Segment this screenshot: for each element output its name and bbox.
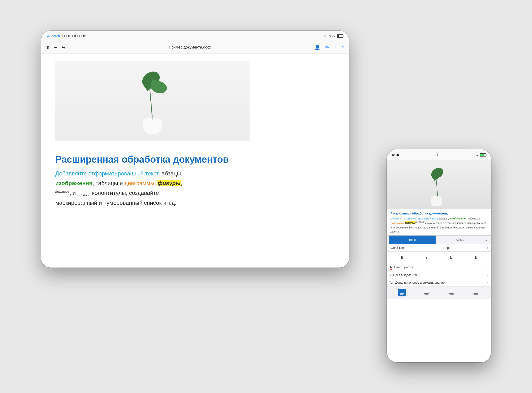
scene: ◂ Search 11:08 Fri 11 Oct ≈ 39 % ⬆: [41, 31, 491, 362]
align-left-button[interactable]: [398, 289, 406, 296]
additional-format-indicator: A↑ Дополнительное форматирование: [390, 281, 445, 284]
battery-fill: [337, 35, 339, 37]
p-superscript-text: верхние: [416, 221, 424, 224]
alignment-row: [387, 286, 491, 299]
svg-rect-15: [473, 294, 478, 295]
format-tabs: Текст Абзац ⌄: [387, 236, 491, 244]
redo-icon[interactable]: ↪: [62, 44, 66, 50]
more-icon[interactable]: ○: [341, 44, 344, 50]
phone-time: 12:38: [392, 153, 399, 157]
body-line1-end: , абзацы,: [158, 170, 182, 177]
undo-icon[interactable]: ↩: [54, 44, 58, 50]
upload-icon[interactable]: ⬆: [46, 44, 50, 50]
status-left: ◂ Search 11:08 Fri 11 Oct: [47, 34, 87, 38]
svg-rect-4: [424, 291, 429, 291]
p-figures-text: фигуры: [405, 221, 416, 224]
add-icon[interactable]: +: [334, 44, 337, 50]
svg-rect-14: [473, 293, 478, 294]
additional-format-row[interactable]: A↑ Дополнительное форматирование ›: [387, 279, 491, 286]
phone-doc-text-area: Расширенная обработка документов, Добавл…: [387, 209, 491, 235]
battery-percent: 39 %: [328, 34, 335, 38]
images-word: изображения: [55, 180, 93, 186]
strikethrough-button[interactable]: S: [472, 254, 480, 261]
status-time: 11:08: [62, 34, 70, 38]
phone-doc-body-preview: Добавляйте отформатированный текст, абза…: [391, 217, 487, 233]
body-line5: маркированный и нумерованный список и т.…: [55, 200, 177, 206]
toolbar-left: ⬆ ↩ ↪: [46, 44, 66, 50]
italic-button[interactable]: I: [423, 254, 430, 261]
pencil-icon[interactable]: ✏: [325, 44, 329, 50]
svg-rect-8: [449, 291, 454, 291]
phone-screen: 12:38 ↑ ▲: [387, 149, 491, 362]
p-subscript-text: нижние: [427, 221, 435, 224]
svg-rect-0: [400, 291, 404, 291]
phone-battery-bar: [480, 153, 486, 157]
highlight-chevron-icon: ›: [487, 273, 488, 277]
font-name-row[interactable]: Avenir Next 18 pt ›: [387, 244, 491, 252]
phone-status-bar: 12:38 ↑ ▲: [387, 149, 491, 160]
font-color-row[interactable]: A Цвет шрифта ›: [387, 263, 491, 271]
align-justify-icon: [473, 291, 478, 295]
align-justify-button[interactable]: [472, 289, 480, 296]
text-cursor: |: [55, 146, 335, 151]
tablet-screen: ◂ Search 11:08 Fri 11 Oct ≈ 39 % ⬆: [41, 31, 349, 268]
align-right-button[interactable]: [447, 289, 456, 296]
figures-word: фигуры: [158, 180, 180, 186]
font-color-label: Цвет шрифта: [394, 265, 413, 269]
diagrams-word: диаграммы: [124, 180, 154, 186]
document-image: [55, 61, 250, 141]
svg-rect-5: [425, 292, 428, 292]
font-chevron-icon: ›: [487, 246, 488, 250]
person-icon[interactable]: 👤: [314, 44, 320, 50]
phone-device: 12:38 ↑ ▲: [387, 149, 491, 362]
back-chevron-icon: ◂: [47, 34, 49, 38]
align-center-icon: [424, 291, 429, 295]
phone-vase: [431, 196, 443, 206]
tablet-device: ◂ Search 11:08 Fri 11 Oct ≈ 39 % ⬆: [41, 31, 349, 268]
formatted-text-span: Добавляйте отформатированный текст: [55, 170, 158, 177]
tab-paragraph[interactable]: Абзац: [436, 236, 484, 244]
format-style-row: B I U S: [387, 252, 491, 263]
phone-wifi-icon: ▲: [476, 154, 478, 157]
phone-thin-bar: [387, 160, 491, 162]
font-name-label: Avenir Next: [390, 246, 406, 250]
p-diagrams-text: диаграммы: [391, 221, 404, 224]
svg-rect-12: [473, 291, 478, 291]
align-center-button[interactable]: [422, 289, 431, 296]
document-body[interactable]: Добавляйте отформатированный текст, абза…: [55, 169, 335, 208]
align-left-icon: [400, 291, 404, 295]
toolbar-right: 👤 ✏ + ○: [314, 44, 344, 50]
tab-text[interactable]: Текст: [389, 236, 436, 244]
svg-rect-11: [450, 294, 454, 295]
highlight-color-row[interactable]: ≈ Цвет выделения ›: [387, 271, 491, 279]
underline-button[interactable]: U: [448, 254, 455, 261]
font-color-chevron-icon: ›: [487, 266, 488, 269]
subscript-text: нижние: [77, 193, 90, 197]
phone-vase-body: [431, 196, 443, 206]
svg-rect-10: [449, 293, 454, 294]
tablet-document: | Расширенная обработка документов Добав…: [41, 54, 349, 268]
tab-expand-icon[interactable]: ⌄: [484, 236, 489, 244]
body-line4-mid: , и: [69, 190, 76, 196]
additional-format-chevron-icon: ›: [487, 281, 488, 284]
vase-illustration: [143, 113, 162, 134]
back-button[interactable]: ◂ Search: [47, 34, 60, 38]
status-right: ≈ 39 %: [324, 34, 343, 38]
status-date: Fri 11 Oct: [72, 34, 86, 38]
align-right-icon: [449, 291, 454, 295]
additional-format-label: Дополнительное форматирование: [395, 281, 445, 284]
highlight-icon: ≈: [390, 273, 391, 277]
p-formatted-text: Добавляйте отформатированный текст: [391, 217, 438, 220]
p-images-text: изображения: [450, 217, 467, 220]
highlight-color-label: Цвет выделения: [393, 273, 417, 277]
wifi-icon: ≈: [324, 34, 326, 38]
document-title: Пример документа.docx: [169, 45, 211, 49]
bold-button[interactable]: B: [398, 254, 406, 261]
body-line2-end: ,: [154, 180, 156, 186]
phone-document-preview-image: [387, 162, 491, 209]
body-line2-mid: , таблицы и: [92, 180, 123, 186]
font-size-label: 18 pt: [443, 246, 450, 250]
document-heading[interactable]: Расширенная обработка документов: [55, 154, 335, 165]
tablet-toolbar: ⬆ ↩ ↪ Пример документа.docx 👤 ✏ + ○: [41, 41, 349, 54]
svg-rect-7: [425, 294, 428, 295]
